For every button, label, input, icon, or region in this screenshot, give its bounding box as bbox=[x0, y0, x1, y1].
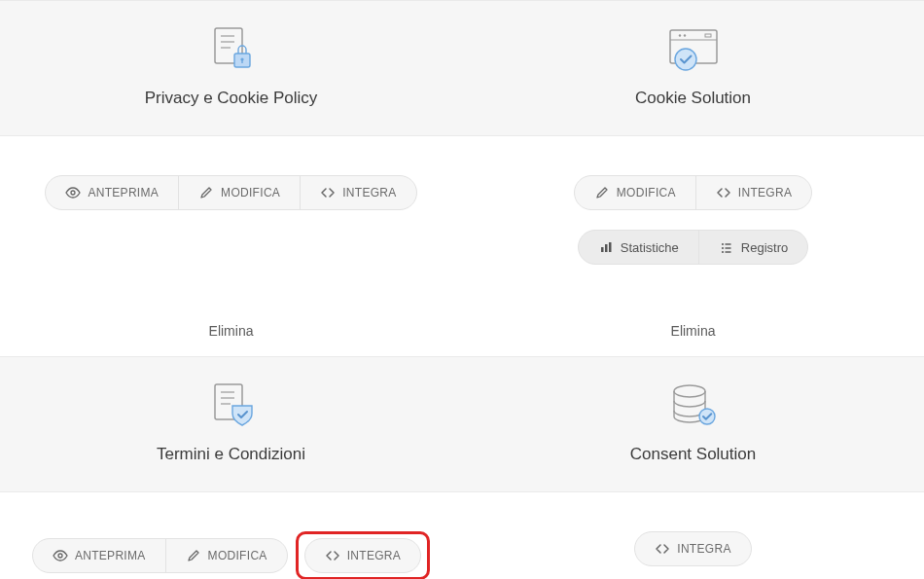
card-privacy-actions: ANTEPRIMA MODIFICA INTEGRA bbox=[0, 175, 462, 265]
pencil-icon bbox=[198, 185, 214, 200]
button-label: INTEGRA bbox=[342, 186, 396, 199]
eye-icon bbox=[65, 185, 81, 200]
code-icon bbox=[716, 185, 731, 200]
svg-rect-14 bbox=[601, 247, 604, 252]
consent-icon bbox=[666, 379, 721, 431]
integra-button[interactable]: INTEGRA bbox=[635, 532, 750, 565]
card-privacy-header: Privacy e Cookie Policy bbox=[0, 22, 462, 108]
registro-button[interactable]: Registro bbox=[699, 231, 807, 264]
svg-point-12 bbox=[675, 49, 696, 70]
elimina-link[interactable]: Elimina bbox=[209, 323, 254, 339]
code-icon bbox=[655, 541, 670, 557]
integra-button[interactable]: INTEGRA bbox=[305, 539, 420, 572]
svg-rect-18 bbox=[725, 243, 730, 244]
pencil-icon bbox=[594, 185, 610, 200]
svg-point-28 bbox=[699, 409, 715, 424]
button-label: ANTEPRIMA bbox=[88, 186, 159, 199]
pill-group-terms-integra: INTEGRA bbox=[304, 538, 421, 573]
code-icon bbox=[320, 185, 336, 200]
button-label: MODIFICA bbox=[208, 549, 267, 562]
modifica-button[interactable]: MODIFICA bbox=[575, 176, 696, 209]
svg-point-11 bbox=[683, 34, 685, 36]
button-label: Registro bbox=[741, 240, 788, 255]
modifica-button[interactable]: MODIFICA bbox=[179, 176, 301, 209]
svg-point-17 bbox=[722, 243, 724, 245]
modifica-button[interactable]: MODIFICA bbox=[166, 539, 287, 572]
button-label: INTEGRA bbox=[738, 186, 792, 199]
svg-point-13 bbox=[71, 191, 75, 195]
card-title: Privacy e Cookie Policy bbox=[145, 89, 318, 108]
terms-icon bbox=[205, 379, 258, 431]
card-terms-actions: ANTEPRIMA MODIFICA INTEGRA bbox=[0, 531, 462, 579]
bar-chart-icon bbox=[598, 239, 614, 255]
card-title: Termini e Condizioni bbox=[157, 445, 305, 464]
pill-group-cookie-primary: MODIFICA INTEGRA bbox=[574, 175, 813, 210]
code-icon bbox=[325, 548, 340, 563]
svg-point-21 bbox=[722, 251, 724, 253]
privacy-icon bbox=[205, 22, 258, 75]
svg-point-10 bbox=[678, 34, 680, 36]
svg-rect-20 bbox=[725, 247, 730, 248]
anteprima-button[interactable]: ANTEPRIMA bbox=[46, 176, 179, 209]
pill-group-terms: ANTEPRIMA MODIFICA bbox=[32, 538, 288, 573]
svg-point-19 bbox=[722, 247, 724, 249]
eye-icon bbox=[53, 548, 68, 563]
svg-rect-16 bbox=[609, 242, 612, 252]
cookie-solution-icon bbox=[662, 22, 725, 75]
svg-point-27 bbox=[674, 385, 705, 397]
pill-group-cookie-secondary: Statistiche Registro bbox=[578, 230, 808, 265]
button-label: MODIFICA bbox=[617, 186, 676, 199]
card-title: Cookie Solution bbox=[635, 89, 751, 108]
integra-button[interactable]: INTEGRA bbox=[696, 176, 811, 209]
svg-rect-22 bbox=[725, 251, 730, 252]
elimina-link[interactable]: Elimina bbox=[671, 323, 716, 339]
pill-group-privacy: ANTEPRIMA MODIFICA INTEGRA bbox=[45, 175, 416, 210]
integra-highlight: INTEGRA bbox=[296, 531, 430, 579]
card-consent-actions: INTEGRA Consent Solution Dashboard bbox=[462, 531, 924, 579]
svg-rect-15 bbox=[605, 244, 608, 252]
list-icon bbox=[719, 239, 734, 255]
statistiche-button[interactable]: Statistiche bbox=[579, 231, 699, 264]
button-label: INTEGRA bbox=[347, 549, 401, 562]
card-cookie-header: Cookie Solution bbox=[462, 22, 924, 108]
anteprima-button[interactable]: ANTEPRIMA bbox=[33, 539, 166, 572]
svg-point-29 bbox=[58, 554, 62, 558]
button-label: ANTEPRIMA bbox=[75, 549, 146, 562]
integra-button[interactable]: INTEGRA bbox=[301, 176, 415, 209]
pill-group-consent: INTEGRA bbox=[634, 531, 751, 566]
pencil-icon bbox=[186, 548, 201, 563]
card-cookie-actions: MODIFICA INTEGRA Statistiche Registro bbox=[462, 175, 924, 265]
card-consent-header: Consent Solution bbox=[462, 379, 924, 464]
svg-rect-9 bbox=[705, 34, 711, 37]
button-label: INTEGRA bbox=[677, 542, 730, 556]
card-title: Consent Solution bbox=[630, 445, 756, 464]
button-label: MODIFICA bbox=[221, 186, 280, 199]
card-terms-header: Termini e Condizioni bbox=[0, 379, 462, 464]
button-label: Statistiche bbox=[621, 240, 679, 255]
